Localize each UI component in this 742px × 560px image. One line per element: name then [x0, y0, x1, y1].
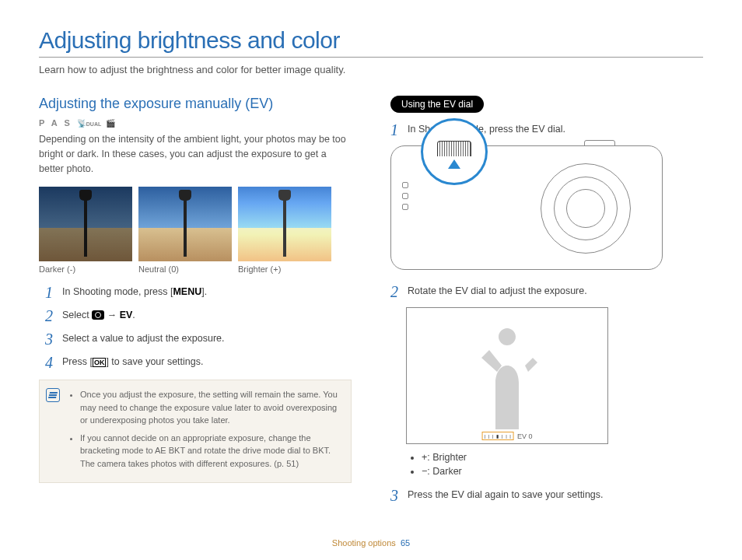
left-column: Adjusting the exposure manually (EV) P A… — [39, 96, 352, 511]
ok-icon: OK — [93, 358, 107, 367]
lens-outline — [541, 163, 631, 254]
mode-indicators: P A S 📡DUAL 🎬 — [39, 118, 352, 128]
step-number: 2 — [45, 308, 56, 324]
note-item: If you cannot decide on an appropriate e… — [80, 432, 341, 471]
sample-images-row: Darker (-) Neutral (0) Brighter (+) — [39, 187, 352, 274]
ev-direction-list: +: Brighter −: Darker — [422, 452, 703, 477]
sample-caption: Neutral (0) — [138, 264, 232, 274]
right-step-3: 3 Press the EV dial again to save your s… — [390, 488, 703, 503]
ev-dial-heading: Using the EV dial — [390, 96, 484, 113]
sample-image-neutral — [138, 187, 232, 261]
step-number: 2 — [390, 284, 401, 299]
ev-dial-icon — [437, 141, 471, 156]
page-title: Adjusting brightness and color — [39, 27, 703, 58]
step-number: 1 — [390, 122, 401, 138]
bullet-brighter: +: Brighter — [422, 452, 703, 463]
sample-darker: Darker (-) — [39, 187, 132, 274]
page-intro: Learn how to adjust the brightness and c… — [39, 64, 703, 75]
sample-image-bright — [238, 187, 331, 261]
step-number: 1 — [45, 285, 56, 300]
menu-steps: 1 In Shooting mode, press [MENU]. 2 Sele… — [39, 285, 352, 370]
step-number: 3 — [390, 488, 401, 503]
ev-value-label: EV 0 — [517, 432, 533, 440]
step-1: 1 In Shooting mode, press [MENU]. — [45, 285, 352, 300]
shutter-button-outline — [584, 140, 615, 146]
ev-dial-highlight — [421, 118, 488, 185]
ev-scale-box: | | | ▮ | | | — [482, 432, 514, 440]
footer-page-number: 65 — [401, 538, 410, 548]
step-2: 2 Select → EV. — [45, 308, 352, 324]
sample-caption: Brighter (+) — [238, 264, 331, 274]
ev-scale: | | | ▮ | | | EV 0 — [482, 432, 533, 440]
person-silhouette — [472, 328, 542, 429]
arrow-up-icon — [448, 159, 460, 169]
screen-diagram: | | | ▮ | | | EV 0 — [406, 307, 608, 444]
bullet-darker: −: Darker — [422, 466, 703, 477]
right-column: Using the EV dial 1 In Shooting mode, pr… — [390, 96, 703, 511]
camera-diagram — [390, 145, 663, 270]
footer-section: Shooting options — [332, 538, 396, 548]
note-icon — [46, 388, 60, 402]
ev-label: EV — [120, 310, 133, 320]
sample-brighter: Brighter (+) — [238, 187, 331, 274]
section-description: Depending on the intensity of the ambien… — [39, 132, 352, 176]
sample-caption: Darker (-) — [39, 264, 132, 274]
camera-icon — [92, 310, 104, 320]
page-footer: Shooting options 65 — [0, 538, 742, 548]
step-4: 4 Press [OK] to save your settings. — [45, 355, 352, 370]
right-step-2: 2 Rotate the EV dial to adjust the expos… — [390, 284, 703, 299]
section-title-ev: Adjusting the exposure manually (EV) — [39, 96, 352, 112]
step-3: 3 Select a value to adjust the exposure. — [45, 331, 352, 347]
sample-neutral: Neutral (0) — [138, 187, 232, 274]
step-number: 4 — [45, 355, 56, 370]
step-number: 3 — [45, 331, 56, 347]
side-buttons — [402, 182, 410, 229]
menu-label: MENU — [173, 286, 201, 297]
note-box: Once you adjust the exposure, the settin… — [39, 380, 352, 483]
note-item: Once you adjust the exposure, the settin… — [80, 388, 341, 427]
sample-image-dark — [39, 187, 132, 261]
